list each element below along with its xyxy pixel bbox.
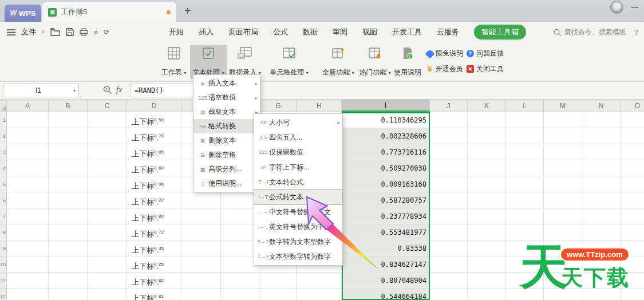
cell-L5[interactable] [506,176,544,192]
cell-I4[interactable]: 0.509270038 [342,160,430,176]
column-header-G[interactable]: G [260,100,297,112]
menu-item-清空数值[interactable]: 123清空数值▸ [193,90,260,105]
row-header-12[interactable]: 12 [0,289,7,300]
ribbon-tab-插入[interactable]: 插入 [199,27,214,37]
cell-J6[interactable] [430,192,468,208]
column-header-D[interactable]: D [127,100,181,112]
menu-item-高级分列...[interactable]: ▦高级分列... [193,162,260,176]
cell-G12[interactable] [260,289,297,300]
document-tab[interactable]: ▦ 工作簿5 [42,2,176,22]
menu-item-四舍五入...[interactable]: 1.5四舍五入... [254,130,342,145]
cell-N5[interactable] [582,176,621,192]
link-close-tool[interactable]: ✕ 关闭工具 [467,64,504,74]
cell-O2[interactable] [621,128,644,144]
cell-I8[interactable]: 0.553481977 [342,224,430,240]
menu-item-文本转公式[interactable]: T→f文本转公式 [254,175,342,190]
cell-L6[interactable] [506,192,544,208]
cell-D12[interactable]: 上下标0.81 [127,289,181,300]
cell-E11[interactable] [181,273,221,289]
cell-J3[interactable] [430,144,468,160]
cell-D2[interactable]: 上下标0.78 [127,128,181,144]
name-box-dropdown-icon[interactable]: ▾ [73,88,78,93]
wps-home-tab[interactable]: W WPS [5,5,41,22]
menu-item-仅保留数值[interactable]: 123仅保留数值 [254,145,342,160]
cell-I1[interactable]: 0.110346295 [342,112,430,128]
cell-N8[interactable] [582,224,621,240]
menu-item-截取文本[interactable]: ▤截取文本▸ [193,105,260,119]
ribbon-tab-页面布局[interactable]: 页面布局 [228,27,258,37]
cell-M4[interactable] [544,160,582,176]
row-header-9[interactable]: 9 [0,240,7,256]
cell-K1[interactable] [468,112,506,128]
cell-E6[interactable] [181,192,221,208]
file-chevron-icon[interactable]: ˅ [42,29,45,35]
cell-C5[interactable] [88,176,127,192]
cell-C6[interactable] [88,192,127,208]
cell-D10[interactable]: 上下标0.25 [127,256,181,273]
cell-G11[interactable] [260,273,297,289]
column-header-J[interactable]: J [430,100,468,112]
cell-D9[interactable]: 上下标0.35 [127,240,181,256]
cell-N6[interactable] [582,192,621,208]
cell-J9[interactable] [430,240,468,256]
cell-N3[interactable] [582,144,621,160]
cell-M1[interactable] [544,112,582,128]
cell-I3[interactable]: 0.773716116 [342,144,430,160]
cell-B8[interactable] [49,224,88,240]
cell-J12[interactable] [430,289,468,300]
command-search[interactable]: 查找命令、搜索模板 ? [554,27,644,37]
menu-item-英文符号替换为中文[interactable]: ,→，英文符号替换为中文 [254,219,342,234]
column-header-M[interactable]: M [544,100,582,112]
cell-I2[interactable]: 0.002328606 [342,128,430,144]
cell-K3[interactable] [468,144,506,160]
cell-O6[interactable] [621,192,644,208]
cell-D6[interactable]: 上下标0.22 [127,192,181,208]
cell-A9[interactable] [7,240,49,256]
cell-I5[interactable]: 0.009163168 [342,176,430,192]
ribbon-tab-公式[interactable]: 公式 [273,27,288,37]
cell-C11[interactable] [88,273,127,289]
cell-B6[interactable] [49,192,88,208]
column-header-H[interactable]: H [297,100,342,112]
menu-item-公式转文本[interactable]: f→T公式转文本 [254,190,342,204]
cell-K11[interactable] [468,273,506,289]
cell-O8[interactable] [621,224,644,240]
cell-D1[interactable]: 上下标0.50 [127,112,181,128]
link-limited-free[interactable]: 限免说明 [426,49,463,58]
cell-E9[interactable] [181,240,221,256]
help-icon[interactable]: ? [634,28,638,37]
ribbon-button-worksheet[interactable]: 工作表 ▾ [157,45,190,79]
cell-M7[interactable] [544,208,582,224]
cell-C7[interactable] [88,208,127,224]
cell-D3[interactable]: 上下标0.85 [127,144,181,160]
row-header-10[interactable]: 10 [0,256,7,273]
cell-A10[interactable] [7,256,49,273]
cell-K5[interactable] [468,176,506,192]
cell-C12[interactable] [88,289,127,300]
cell-N4[interactable] [582,160,621,176]
ribbon-tab-开始[interactable]: 开始 [169,27,184,37]
cell-A12[interactable] [7,289,49,300]
row-header-3[interactable]: 3 [0,144,7,160]
column-header-C[interactable]: C [88,100,127,112]
cell-A6[interactable] [7,192,49,208]
cell-B4[interactable] [49,160,88,176]
zoom-formula-icon[interactable] [103,85,112,94]
cell-I7[interactable]: 0.237778934 [342,208,430,224]
user-avatar[interactable] [610,1,623,14]
cell-K2[interactable] [468,128,506,144]
cell-L2[interactable] [506,128,544,144]
cell-O7[interactable] [621,208,644,224]
select-all-corner[interactable] [0,100,7,112]
link-feedback[interactable]: ? 问题反馈 [467,49,504,58]
cell-M3[interactable] [544,144,582,160]
row-header-4[interactable]: 4 [0,160,7,176]
cell-J4[interactable] [430,160,468,176]
ribbon-tab-审阅[interactable]: 审阅 [333,27,347,37]
column-header-B[interactable]: B [49,100,88,112]
ribbon-tab-数据[interactable]: 数据 [303,27,318,37]
row-header-1[interactable]: 1 [0,112,7,128]
cell-B12[interactable] [49,289,88,300]
cell-O3[interactable] [621,144,644,160]
ribbon-tab-active-smart-toolbox[interactable]: 智能工具箱 [474,25,526,40]
